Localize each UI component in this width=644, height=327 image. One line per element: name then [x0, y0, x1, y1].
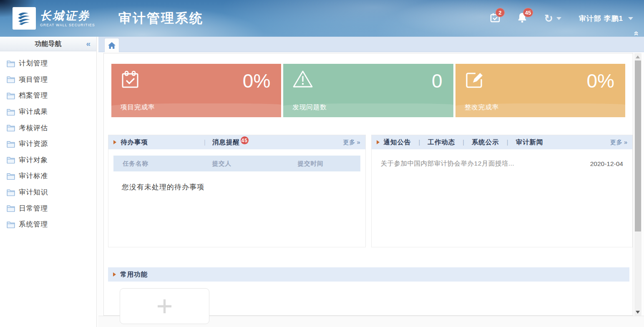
tab-message-reminders[interactable]: 消息提醒45	[212, 138, 249, 147]
brand-name-en: GREAT WALL SECURITIES	[40, 23, 95, 27]
folder-icon	[7, 76, 15, 83]
tasks-badge: 2	[496, 8, 505, 17]
refresh-icon: ↻	[544, 13, 553, 24]
company-logo-icon	[13, 7, 36, 30]
sidebar-item-standards[interactable]: 审计标准	[0, 168, 96, 184]
sidebar-item-evaluation[interactable]: 考核评估	[0, 120, 96, 136]
app-title: 审计管理系统	[118, 10, 204, 27]
stat-label: 发现问题数	[292, 103, 327, 112]
tab-system-announcements[interactable]: 系统公示	[472, 138, 499, 147]
notice-panel: 通知公告 | 工作动态 | 系统公示 | 审计新闻 更多 » 关于参加中国内部审…	[371, 135, 633, 247]
section-bullet-icon	[377, 140, 380, 144]
sidebar-item-system[interactable]: 系统管理	[0, 216, 96, 233]
user-name: 审计部 李鹏1	[579, 14, 623, 23]
tab-divider: |	[419, 139, 420, 146]
column-submitter: 提交人	[212, 160, 298, 168]
plus-icon: +	[156, 295, 173, 317]
notifications-badge: 45	[523, 8, 533, 17]
todo-more-link[interactable]: 更多 »	[343, 138, 360, 146]
home-tab[interactable]	[104, 38, 119, 52]
wave-logo-icon	[16, 10, 33, 26]
notifications-button[interactable]: 45	[518, 13, 527, 24]
calendar-check-icon	[121, 70, 140, 89]
folder-icon	[7, 141, 15, 148]
tab-divider: |	[204, 139, 206, 146]
sidebar-menu: 计划管理 项目管理 档案管理 审计成果 考核评估 审计资源 审计对象 审计标准 …	[0, 51, 96, 233]
stat-value: 0%	[243, 70, 270, 92]
audit-dashboard-page: 长城证券 GREAT WALL SECURITIES 审计管理系统 2	[0, 0, 644, 327]
tab-work-updates[interactable]: 工作动态	[428, 138, 455, 147]
sidebar-item-daily[interactable]: 日常管理	[0, 200, 96, 216]
shortcuts-title: 常用功能	[120, 270, 148, 279]
notice-list-item[interactable]: 关于参加中国内部审计协会举办12月面授培... 2020-12-04	[372, 149, 632, 168]
stat-label: 项目完成率	[121, 103, 155, 112]
folder-icon	[7, 221, 15, 228]
sidebar-item-archive[interactable]: 档案管理	[0, 88, 96, 104]
folder-icon	[7, 92, 15, 99]
refresh-button[interactable]: ↻	[544, 13, 561, 24]
stat-value: 0	[432, 70, 443, 92]
folder-icon	[7, 156, 15, 164]
sidebar-title: 功能导航	[0, 40, 96, 48]
todo-panel-header: 待办事项 | 消息提醒45 更多 »	[108, 135, 365, 149]
collapse-header-icon[interactable]: «	[632, 31, 641, 35]
refresh-caret-icon	[556, 17, 561, 20]
column-task-name: 任务名称	[113, 160, 212, 168]
stat-card-rectification: 0% 整改完成率	[455, 64, 625, 117]
main-content: 0% 项目完成率 0 发现问题数 0% 整改完成率	[103, 53, 633, 316]
messages-badge: 45	[241, 136, 249, 144]
home-icon	[108, 42, 116, 49]
stat-cards: 0% 项目完成率 0 发现问题数 0% 整改完成率	[111, 64, 625, 117]
brand-name-cn: 长城证券	[40, 10, 95, 22]
folder-icon	[7, 189, 15, 196]
add-shortcut-button[interactable]: +	[120, 288, 209, 324]
stat-value: 0%	[587, 70, 614, 92]
brand: 长城证券 GREAT WALL SECURITIES 审计管理系统	[13, 7, 204, 30]
folder-icon	[7, 108, 15, 116]
notice-title: 关于参加中国内部审计协会举办12月面授培...	[381, 159, 580, 168]
section-bullet-icon	[113, 140, 116, 144]
tab-audit-news[interactable]: 审计新闻	[516, 138, 543, 147]
tab-divider: |	[507, 139, 508, 146]
folder-icon	[7, 124, 15, 131]
sidebar-item-objects[interactable]: 审计对象	[0, 152, 96, 169]
sidebar-item-knowledge[interactable]: 审计知识	[0, 184, 96, 201]
vertical-scrollbar[interactable]	[634, 53, 641, 317]
scrollbar-thumb[interactable]	[635, 60, 641, 231]
sidebar-item-project[interactable]: 项目管理	[0, 72, 96, 88]
sidebar-item-plan[interactable]: 计划管理	[0, 55, 96, 72]
column-submit-time: 提交时间	[298, 160, 360, 168]
todo-panel: 待办事项 | 消息提醒45 更多 » 任务名称 提交人 提交时间 您没有未处理的…	[108, 135, 366, 247]
warning-icon	[292, 70, 313, 88]
tab-todo-items[interactable]: 待办事项	[121, 138, 148, 147]
stat-label: 整改完成率	[465, 103, 499, 112]
folder-icon	[7, 173, 15, 180]
todo-table-header: 任务名称 提交人 提交时间	[113, 156, 360, 171]
folder-icon	[7, 205, 15, 212]
sidebar-item-results[interactable]: 审计成果	[0, 104, 96, 120]
notice-panel-header: 通知公告 | 工作动态 | 系统公示 | 审计新闻 更多 »	[372, 135, 632, 149]
todo-empty-message: 您没有未处理的待办事项	[122, 182, 365, 192]
scroll-up-icon[interactable]	[636, 55, 640, 58]
sidebar-collapse-icon[interactable]: «	[86, 39, 91, 48]
tab-divider: |	[463, 139, 464, 146]
shortcuts-panel-header: 常用功能	[108, 267, 629, 282]
folder-icon	[7, 60, 15, 67]
scroll-down-icon[interactable]	[636, 311, 640, 314]
sidebar-item-resources[interactable]: 审计资源	[0, 136, 96, 152]
tasks-button[interactable]: 2	[490, 13, 500, 24]
notice-more-link[interactable]: 更多 »	[610, 138, 627, 146]
notice-date: 2020-12-04	[590, 160, 623, 168]
sidebar: 功能导航 « 计划管理 项目管理 档案管理 审计成果 考核评估 审计资源 审计对…	[0, 37, 97, 327]
user-menu[interactable]: 审计部 李鹏1	[579, 14, 633, 23]
sidebar-header: 功能导航 «	[0, 37, 96, 51]
tab-notices[interactable]: 通知公告	[384, 138, 411, 147]
user-caret-icon	[628, 17, 633, 20]
stat-card-issues-found: 0 发现问题数	[283, 64, 453, 117]
edit-icon	[465, 70, 484, 89]
app-header: 长城证券 GREAT WALL SECURITIES 审计管理系统 2	[0, 0, 644, 37]
stat-card-project-completion: 0% 项目完成率	[111, 64, 281, 117]
tab-bar	[98, 37, 644, 52]
section-bullet-icon	[113, 272, 116, 277]
